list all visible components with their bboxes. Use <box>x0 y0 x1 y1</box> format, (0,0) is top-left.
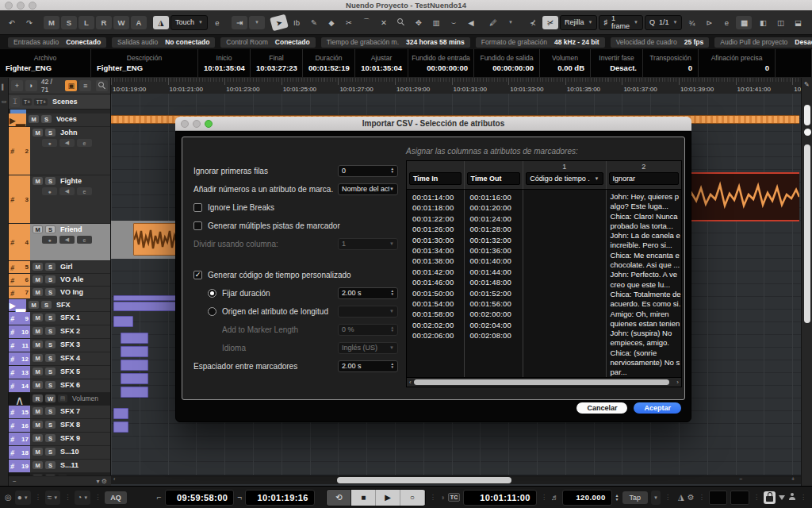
solo-button[interactable]: S <box>45 461 56 469</box>
text-cell-line[interactable]: acuerdo. Es como si. <box>611 299 681 309</box>
timecode-format-badge[interactable]: TC <box>448 493 460 502</box>
status-item[interactable]: Audio Pull de proyecto Desact. <box>714 37 812 48</box>
solo-button[interactable]: S <box>45 381 56 389</box>
skip-rows-stepper[interactable]: 0 ▲▼ <box>338 165 398 177</box>
redo-icon[interactable]: ↷ <box>21 16 37 29</box>
timein-cell[interactable]: 00:01:58:00 <box>412 309 464 319</box>
info-field[interactable]: Ajustar 10:01:35:04 <box>355 49 408 77</box>
mute-button[interactable]: M <box>33 381 43 389</box>
inspector-icon[interactable]: ▍ <box>2 84 6 90</box>
text-cell-line[interactable]: Chica: Me encanta e <box>611 251 681 260</box>
zone-inspector-icon[interactable]: ◫ <box>772 16 788 29</box>
audio-track-Fighte[interactable]: ⧣ 3 M SFighte ● ◀ e <box>9 175 110 224</box>
zoom-in-icon[interactable]: + <box>791 476 795 482</box>
pencil-tool-icon[interactable]: ✎ <box>306 16 322 29</box>
timeout-cell[interactable]: 00:01:24:00 <box>470 214 523 224</box>
mute-button[interactable]: M <box>33 177 43 185</box>
vertical-zoom-knob[interactable] <box>804 129 811 136</box>
text-cell-line[interactable]: nerviosamente) No s <box>611 358 681 368</box>
dialog-minimize-icon[interactable] <box>193 120 201 128</box>
sfx-clip[interactable] <box>121 373 148 384</box>
text-cell-line[interactable]: quienes estan tenien <box>611 319 681 329</box>
spacer-stepper[interactable]: 2.00 s ▲▼ <box>338 360 398 372</box>
monitor-button[interactable]: ◀ <box>59 139 75 147</box>
metronome-setup-icon[interactable]: ⚙ <box>688 493 695 502</box>
timein-cell[interactable]: 00:01:50:00 <box>412 288 464 298</box>
timeout-cell[interactable]: 00:01:56:00 <box>470 298 523 309</box>
timein-cell[interactable]: 00:02:02:00 <box>412 320 464 330</box>
language-dropdown[interactable]: Inglés (US) ▼ <box>338 342 398 354</box>
status-item[interactable]: Salidas audio No conectado <box>112 37 215 48</box>
mute-button[interactable]: M <box>33 327 43 335</box>
right-locator-field[interactable]: 10:01:19:16 <box>245 490 315 506</box>
monitor-button[interactable]: ◀ <box>59 236 75 244</box>
auto-quantize-button[interactable]: AQ <box>105 491 127 504</box>
quantize-panel-icon[interactable]: e <box>718 16 734 29</box>
sfx-clip[interactable] <box>113 408 128 419</box>
sfx-clip[interactable] <box>121 346 148 357</box>
solo-button[interactable]: S <box>45 129 56 137</box>
audio-track-Friend[interactable]: ⧣ 4 M SFriend ● ◀ e <box>9 224 110 261</box>
scroll-left-icon[interactable]: ‹ <box>409 379 412 387</box>
vertical-scrollbar[interactable]: ✎ <box>801 78 812 486</box>
cancel-button[interactable]: Cancelar <box>576 402 627 414</box>
record-button[interactable]: ○ <box>400 490 425 506</box>
timeout-cell[interactable]: 00:01:36:00 <box>470 245 523 256</box>
edit-channel-button[interactable]: e <box>77 139 92 147</box>
text-cell-line[interactable]: John: (suspira) No <box>611 329 681 338</box>
status-item[interactable]: Formato de grabación 48 kHz - 24 bit <box>476 37 605 48</box>
split-column-dropdown[interactable]: 1 ▼ <box>338 238 398 250</box>
info-field[interactable]: Afinación precisa 0 <box>699 49 776 77</box>
tap-tempo-button[interactable]: Tap <box>622 491 649 504</box>
sfx-clip[interactable] <box>113 421 128 433</box>
timein-cell[interactable]: 00:01:26:00 <box>412 224 464 234</box>
solo-button[interactable]: S <box>45 368 56 375</box>
primary-timecode-field[interactable]: 10:01:11:00 <box>463 490 537 506</box>
hand-tool-icon[interactable]: ✥ <box>411 16 427 29</box>
info-field[interactable]: Descripción Fighter_ENG <box>91 49 198 77</box>
flag-icon[interactable]: ⊳ <box>701 16 717 29</box>
global-state-R-button[interactable]: R <box>96 16 112 29</box>
stop-button[interactable]: ■ <box>351 490 376 506</box>
solo-button[interactable]: S <box>45 177 56 185</box>
timeout-cell[interactable]: 00:01:16:00 <box>470 192 523 202</box>
horizontal-scrollbar[interactable]: ‹ − + <box>111 475 801 484</box>
info-field[interactable]: Inicio 10:01:35:04 <box>198 49 251 77</box>
sfx-clip[interactable] <box>121 333 148 344</box>
audio-track-S...10[interactable]: ⧣ 18 M SS...10 <box>9 446 110 460</box>
dialog-titlebar[interactable]: Importar CSV - Selección de atributos <box>175 117 691 131</box>
snap-type-dropdown[interactable]: Rejilla ▼ <box>560 15 597 30</box>
timein-cell[interactable]: 00:01:46:00 <box>412 277 464 287</box>
mute-button[interactable]: M <box>29 115 39 123</box>
color-tool-icon[interactable]: 🖉 <box>485 16 501 29</box>
mute-button[interactable]: M <box>29 301 39 309</box>
col2-attribute-dropdown[interactable]: Ignorar <box>609 172 679 185</box>
mute-button[interactable]: M <box>33 407 43 415</box>
text-cell-line[interactable]: Chica: Totalmente de <box>611 290 681 299</box>
info-field[interactable]: Archivo Fighter_ENG <box>0 49 91 77</box>
length-attr-row[interactable]: Origen del atributo de longitud ▼ <box>208 303 398 319</box>
zone-left-icon[interactable]: ◧ <box>755 16 771 29</box>
zoom-out-tracks-icon[interactable]: − <box>13 478 17 485</box>
dialog-close-icon[interactable] <box>181 120 189 128</box>
scenes-track-row[interactable]: ⌶ T+ TT+ Scenes <box>9 94 110 110</box>
audio-track-S...11[interactable]: ⧣ 19 M SS...11 <box>9 460 110 473</box>
tempo-stepper[interactable]: ▲▼ <box>615 494 619 501</box>
timeout-column[interactable]: 00:01:16:0000:01:20:0000:01:24:0000:01:2… <box>465 190 524 377</box>
scroll-left-icon[interactable]: ‹ <box>113 476 115 482</box>
keyboard-icon[interactable]: ▦ <box>736 16 752 29</box>
audio-track-SFX 8[interactable]: ⧣ 16 M SSFX 8 <box>9 419 110 433</box>
sfx-clip[interactable] <box>113 316 133 327</box>
timeout-cell[interactable]: 00:01:52:00 <box>470 288 523 298</box>
folder-icon[interactable]: ▸▂ <box>9 114 26 126</box>
global-state-W-button[interactable]: W <box>113 16 129 29</box>
audition-tool-icon[interactable]: ◀ <box>463 16 479 29</box>
audio-track-SFX 1[interactable]: ⧣ 9 M SSFX 1 <box>9 312 110 325</box>
play-button[interactable]: ▶ <box>376 490 400 506</box>
param-badge[interactable]: ▤ <box>58 394 67 402</box>
quantize-dropdown[interactable]: Q 1/1 ▼ <box>645 15 682 30</box>
text-cell-line[interactable]: probado las torta... <box>611 221 681 231</box>
timeout-cell[interactable]: 00:01:40:00 <box>470 256 523 266</box>
csv-scroll-thumb[interactable] <box>414 379 670 385</box>
audio-track-John[interactable]: ⧣ 2 M SJohn ● ◀ e <box>9 127 110 175</box>
